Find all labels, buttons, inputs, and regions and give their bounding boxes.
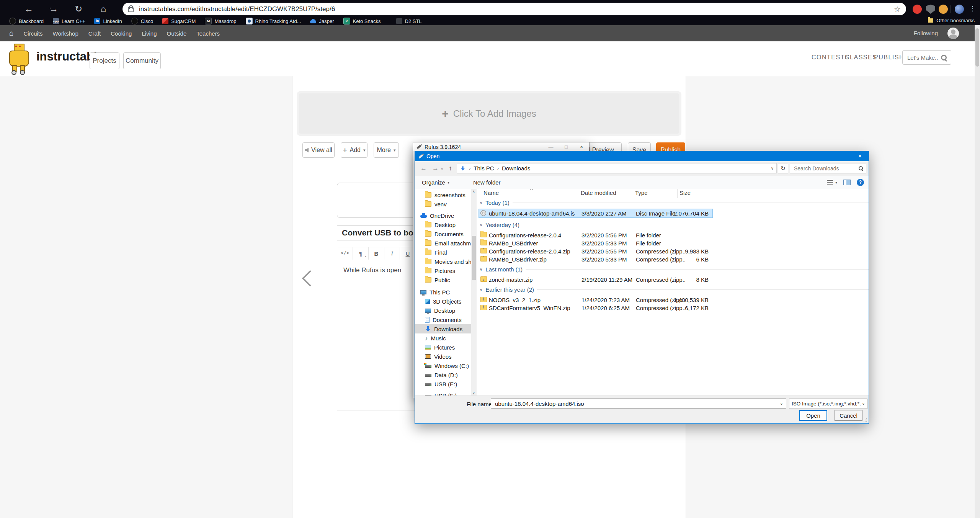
- site-home-icon[interactable]: ⌂: [9, 29, 13, 38]
- file-row[interactable]: Configurations-release-2.0.4.zip 3/2/202…: [479, 247, 712, 255]
- file-row[interactable]: NOOBS_v3_2_1.zip 1/24/2020 7:23 AM Compr…: [479, 296, 712, 304]
- view-all-button[interactable]: View all: [302, 142, 335, 158]
- sidebar-item-usb-e[interactable]: USB (E:): [415, 379, 471, 389]
- back-icon[interactable]: ←: [22, 2, 35, 15]
- sidebar-item-pictures-pc[interactable]: Pictures: [415, 343, 471, 352]
- page-scrollbar[interactable]: [975, 25, 980, 518]
- bookmark-learn-cpp[interactable]: cpp Learn C++: [53, 18, 85, 24]
- more-button[interactable]: More ▾: [374, 142, 399, 158]
- sidebar-item-desktop-pc[interactable]: Desktop: [415, 306, 471, 315]
- preview-pane-icon[interactable]: [843, 180, 851, 185]
- bookmark-star-icon[interactable]: ☆: [894, 5, 901, 14]
- scroll-up-icon[interactable]: ∧: [472, 190, 475, 193]
- sidebar-item-3d-objects[interactable]: 3D Objects: [415, 297, 471, 306]
- nav-living[interactable]: Living: [142, 30, 157, 37]
- projects-button[interactable]: Projects: [90, 52, 119, 69]
- publish-link[interactable]: PUBLISH: [874, 54, 904, 61]
- classes-link[interactable]: CLASSES: [845, 54, 877, 61]
- sidebar-item-pictures[interactable]: Pictures: [415, 266, 471, 275]
- file-row[interactable]: zoned-master.zip 2/19/2020 11:29 AM Comp…: [479, 275, 712, 284]
- sidebar-item-desktop[interactable]: Desktop: [415, 220, 471, 229]
- contests-link[interactable]: CONTESTS: [812, 54, 849, 61]
- column-header-date[interactable]: Date modified: [581, 190, 616, 196]
- sidebar-item-downloads[interactable]: Downloads: [415, 324, 471, 333]
- site-search[interactable]: [902, 50, 951, 65]
- dialog-search[interactable]: [790, 163, 866, 173]
- add-button[interactable]: + Add ▾: [341, 142, 368, 158]
- sidebar-scrollbar[interactable]: ∧ ∨: [471, 189, 477, 396]
- nav-craft[interactable]: Craft: [88, 30, 101, 37]
- avatar[interactable]: [947, 28, 959, 39]
- group-header-last-month[interactable]: ∨ Last month (1): [480, 265, 869, 273]
- address-bar[interactable]: instructables.com/editInstructable/edit/…: [122, 3, 906, 15]
- file-row[interactable]: Configurations-release-2.0.4 3/2/2020 5:…: [479, 231, 712, 239]
- maximize-button[interactable]: □: [559, 142, 574, 151]
- address-dropdown-icon[interactable]: ∨: [771, 166, 774, 170]
- sidebar-item-onedrive[interactable]: OneDrive: [415, 211, 471, 220]
- chevron-down-icon[interactable]: ∨: [780, 402, 783, 406]
- extension-icon-2[interactable]: [939, 5, 948, 14]
- italic-button[interactable]: I: [384, 247, 400, 260]
- nav-cooking[interactable]: Cooking: [111, 30, 132, 37]
- minimize-button[interactable]: —: [543, 142, 559, 151]
- page-scrollbar-thumb[interactable]: [975, 28, 979, 67]
- refresh-icon[interactable]: ↻: [778, 163, 788, 173]
- url-text[interactable]: instructables.com/editInstructable/edit/…: [139, 5, 894, 13]
- home-icon[interactable]: ⌂: [97, 2, 110, 15]
- forward-icon[interactable]: →: [432, 165, 439, 172]
- group-header-earlier-this-year[interactable]: ∨ Earlier this year (2): [480, 286, 869, 293]
- sidebar-item-music[interactable]: ♪Music: [415, 333, 471, 343]
- sidebar-item-windows-c[interactable]: Windows (C:): [415, 361, 471, 370]
- following-link[interactable]: Following: [914, 30, 938, 36]
- extension-icon-1[interactable]: [913, 5, 922, 14]
- dialog-address-bar[interactable]: › This PC › Downloads ∨: [457, 163, 777, 173]
- planet-extension-icon[interactable]: [955, 5, 964, 14]
- bookmark-linkedin[interactable]: in LinkedIn: [94, 18, 122, 24]
- group-header-today[interactable]: ∨ Today (1): [480, 199, 869, 206]
- file-row[interactable]: SDCardFormatterv5_WinEN.zip 1/24/2020 6:…: [479, 304, 712, 312]
- breadcrumb-this-pc[interactable]: This PC: [474, 165, 494, 172]
- bookmark-keto-snacks[interactable]: K Keto Snacks: [343, 18, 381, 25]
- column-header-type[interactable]: Type: [635, 190, 648, 196]
- group-header-yesterday[interactable]: ∨ Yesterday (4): [480, 221, 869, 229]
- bookmark-rhino-tracking[interactable]: Rhino Tracking Atd...: [246, 18, 301, 25]
- shield-extension-icon[interactable]: [926, 5, 935, 14]
- paragraph-style-button[interactable]: ¶▾: [353, 247, 369, 260]
- organize-menu[interactable]: Organize ▾: [422, 179, 449, 186]
- nav-workshop[interactable]: Workshop: [53, 30, 78, 37]
- file-name-input[interactable]: [494, 400, 780, 407]
- instructables-robot-logo[interactable]: [7, 43, 31, 74]
- close-button[interactable]: ×: [574, 142, 589, 151]
- other-bookmarks[interactable]: Other bookmarks: [928, 18, 975, 23]
- sidebar-item-movies[interactable]: Movies and sho: [415, 257, 471, 266]
- cancel-button[interactable]: Cancel: [835, 410, 862, 421]
- browser-menu-icon[interactable]: ⋮: [969, 5, 976, 13]
- help-icon[interactable]: ?: [857, 179, 864, 186]
- dialog-titlebar[interactable]: Open: [415, 151, 869, 161]
- nav-outside[interactable]: Outside: [167, 30, 187, 37]
- column-header-name[interactable]: Name: [483, 190, 499, 196]
- sidebar-item-this-pc[interactable]: This PC: [415, 288, 471, 297]
- scroll-down-icon[interactable]: ∨: [472, 391, 475, 395]
- bookmark-d2-stl[interactable]: D2 STL: [396, 18, 422, 24]
- bookmark-blackboard[interactable]: Blackboard: [9, 18, 44, 25]
- bookmark-cisco[interactable]: Cisco: [131, 18, 154, 25]
- bold-button[interactable]: B: [369, 247, 384, 260]
- sidebar-item-documents[interactable]: Documents: [415, 229, 471, 239]
- bookmark-sugarcrm[interactable]: SugarCRM: [162, 18, 196, 24]
- community-button[interactable]: Community: [123, 52, 161, 69]
- dialog-close-button[interactable]: ×: [851, 151, 869, 161]
- change-view-button[interactable]: ▾: [827, 180, 837, 185]
- forward-icon[interactable]: →: [47, 2, 60, 15]
- resize-grip[interactable]: [863, 418, 867, 422]
- history-chevron-icon[interactable]: ∨: [441, 167, 443, 171]
- new-folder-button[interactable]: New folder: [473, 179, 501, 186]
- file-row[interactable]: RAMBo_USBdriver.zip 3/2/2020 5:33 PM Com…: [479, 255, 712, 263]
- sidebar-item-final[interactable]: Final: [415, 248, 471, 257]
- breadcrumb-downloads[interactable]: Downloads: [502, 165, 530, 172]
- file-row[interactable]: RAMBo_USBdriver 3/2/2020 5:33 PM File fo…: [479, 239, 712, 247]
- sidebar-scrollbar-thumb[interactable]: [472, 236, 476, 280]
- back-icon[interactable]: ←: [420, 165, 427, 172]
- site-search-input[interactable]: [906, 54, 939, 61]
- sidebar-item-public[interactable]: Public: [415, 275, 471, 284]
